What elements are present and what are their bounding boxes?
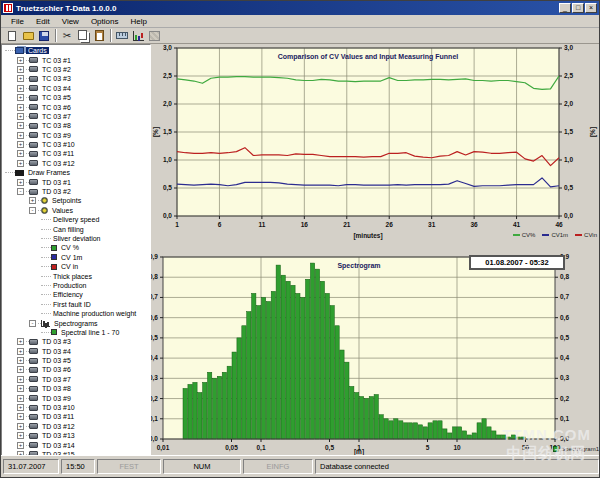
tree-label[interactable]: TD 03 #8 bbox=[40, 385, 73, 392]
menu-item-view[interactable]: View bbox=[56, 16, 85, 27]
expand-icon[interactable]: + bbox=[17, 94, 24, 101]
expand-icon[interactable]: + bbox=[17, 150, 24, 157]
copy-button[interactable] bbox=[76, 29, 90, 42]
tree-row-efficiency[interactable]: Efficiency bbox=[3, 290, 150, 299]
collapse-icon[interactable]: - bbox=[29, 207, 36, 214]
expand-icon[interactable]: + bbox=[17, 385, 24, 392]
machine-tree[interactable]: Cards+TC 03 #1+TC 03 #2+TC 03 #3+TC 03 #… bbox=[1, 44, 151, 457]
expand-icon[interactable]: + bbox=[17, 122, 24, 129]
expand-icon[interactable]: + bbox=[17, 432, 24, 439]
expand-icon[interactable]: + bbox=[17, 57, 24, 64]
tree-label[interactable]: TD 03 #1 bbox=[40, 179, 73, 186]
tree-row-thick-places[interactable]: Thick places bbox=[3, 271, 150, 280]
tree-row-draw-frames[interactable]: Draw Frames bbox=[3, 168, 150, 177]
tree-label[interactable]: CV 1m bbox=[59, 254, 84, 261]
tree-row-tc-03-10[interactable]: +TC 03 #10 bbox=[3, 140, 150, 149]
tree-label[interactable]: CV % bbox=[59, 244, 81, 251]
expand-icon[interactable]: + bbox=[17, 85, 24, 92]
expand-icon[interactable]: + bbox=[17, 104, 24, 111]
tree-row-td-03-2[interactable]: -TD 03 #2 bbox=[3, 187, 150, 196]
expand-icon[interactable]: + bbox=[17, 357, 24, 364]
cut-button[interactable]: ✂ bbox=[60, 29, 74, 42]
tree-row-sliver-deviation[interactable]: Sliver deviation bbox=[3, 234, 150, 243]
chart2-button[interactable] bbox=[147, 29, 161, 42]
tree-row-production[interactable]: Production bbox=[3, 281, 150, 290]
ruler-button[interactable] bbox=[115, 29, 129, 42]
menu-item-options[interactable]: Options bbox=[85, 16, 125, 27]
tree-row-cards[interactable]: Cards bbox=[3, 46, 150, 55]
collapse-icon[interactable]: - bbox=[29, 320, 36, 327]
minimize-button[interactable]: _ bbox=[559, 3, 571, 13]
chart-button[interactable] bbox=[131, 29, 145, 42]
tree-label[interactable]: TC 03 #11 bbox=[40, 150, 76, 157]
tree-label[interactable]: TD 03 #9 bbox=[40, 395, 73, 402]
tree-label[interactable]: Spectral line 1 - 70 bbox=[59, 329, 121, 336]
expand-icon[interactable]: + bbox=[17, 141, 24, 148]
tree-label[interactable]: TD 03 #3 bbox=[40, 338, 73, 345]
tree-row-spectral-line-1-70[interactable]: Spectral line 1 - 70 bbox=[3, 328, 150, 337]
tree-row-setpoints[interactable]: +Setpoints bbox=[3, 196, 150, 205]
expand-icon[interactable]: + bbox=[17, 376, 24, 383]
tree-label[interactable]: Values bbox=[50, 207, 75, 214]
tree-row-tc-03-1[interactable]: +TC 03 #1 bbox=[3, 55, 150, 64]
expand-icon[interactable]: + bbox=[17, 132, 24, 139]
tree-label[interactable]: Delivery speed bbox=[51, 216, 101, 223]
tree-row-td-03-3[interactable]: +TD 03 #3 bbox=[3, 337, 150, 346]
tree-row-tc-03-4[interactable]: +TC 03 #4 bbox=[3, 84, 150, 93]
expand-icon[interactable]: + bbox=[17, 423, 24, 430]
tree-row-tc-03-3[interactable]: +TC 03 #3 bbox=[3, 74, 150, 83]
tree-label[interactable]: TD 03 #12 bbox=[40, 423, 77, 430]
tree-row-tc-03-11[interactable]: +TC 03 #11 bbox=[3, 149, 150, 158]
tree-label[interactable]: Draw Frames bbox=[26, 169, 72, 176]
tree-label[interactable]: TD 03 #5 bbox=[40, 357, 73, 364]
tree-label[interactable]: TC 03 #7 bbox=[40, 113, 73, 120]
tree-row-td-03-12[interactable]: +TD 03 #12 bbox=[3, 422, 150, 431]
expand-icon[interactable]: + bbox=[17, 179, 24, 186]
tree-label[interactable]: Production bbox=[51, 282, 88, 289]
tree-row-td-03-7[interactable]: +TD 03 #7 bbox=[3, 375, 150, 384]
tree-label[interactable]: TC 03 #1 bbox=[40, 57, 73, 64]
tree-row-td-03-5[interactable]: +TD 03 #5 bbox=[3, 356, 150, 365]
tree-row-td-03-6[interactable]: +TD 03 #6 bbox=[3, 365, 150, 374]
tree-row-td-03-13[interactable]: +TD 03 #13 bbox=[3, 431, 150, 440]
tree-row-td-03-11[interactable]: +TD 03 #11 bbox=[3, 412, 150, 421]
tree-label[interactable]: TC 03 #10 bbox=[40, 141, 77, 148]
expand-icon[interactable]: + bbox=[17, 395, 24, 402]
tree-label[interactable]: TD 03 #14 bbox=[40, 442, 77, 449]
tree-label[interactable]: TC 03 #5 bbox=[40, 94, 73, 101]
tree-label[interactable]: TC 03 #2 bbox=[40, 66, 73, 73]
tree-label[interactable]: Cards bbox=[26, 47, 49, 54]
collapse-icon[interactable]: - bbox=[17, 188, 24, 195]
tree-row-spectrograms[interactable]: -Spectrograms bbox=[3, 318, 150, 327]
maximize-button[interactable]: □ bbox=[572, 3, 584, 13]
tree-label[interactable]: Machine production weight bbox=[51, 310, 138, 317]
save-button[interactable] bbox=[37, 29, 51, 42]
tree-label[interactable]: CV in bbox=[59, 263, 80, 270]
tree-label[interactable]: Thick places bbox=[51, 273, 94, 280]
tree-label[interactable]: TC 03 #12 bbox=[40, 160, 77, 167]
tree-label[interactable]: Setpoints bbox=[50, 197, 83, 204]
tree-row-cv-1m[interactable]: CV 1m bbox=[3, 253, 150, 262]
tree-row-tc-03-6[interactable]: +TC 03 #6 bbox=[3, 102, 150, 111]
expand-icon[interactable]: + bbox=[17, 113, 24, 120]
tree-row-cv-[interactable]: CV % bbox=[3, 243, 150, 252]
tree-row-td-03-9[interactable]: +TD 03 #9 bbox=[3, 393, 150, 402]
tree-label[interactable]: Sliver deviation bbox=[51, 235, 102, 242]
expand-icon[interactable]: + bbox=[17, 442, 24, 449]
tree-label[interactable]: TC 03 #9 bbox=[40, 132, 73, 139]
menu-item-file[interactable]: File bbox=[5, 16, 30, 27]
expand-icon[interactable]: + bbox=[17, 404, 24, 411]
paste-button[interactable] bbox=[92, 29, 106, 42]
tree-row-td-03-4[interactable]: +TD 03 #4 bbox=[3, 347, 150, 356]
tree-row-delivery-speed[interactable]: Delivery speed bbox=[3, 215, 150, 224]
menu-item-edit[interactable]: Edit bbox=[30, 16, 56, 27]
tree-row-first-fault-id[interactable]: First fault ID bbox=[3, 300, 150, 309]
tree-row-tc-03-9[interactable]: +TC 03 #9 bbox=[3, 131, 150, 140]
tree-label[interactable]: TD 03 #10 bbox=[40, 404, 77, 411]
tree-row-tc-03-5[interactable]: +TC 03 #5 bbox=[3, 93, 150, 102]
tree-row-can-filling[interactable]: Can filling bbox=[3, 224, 150, 233]
expand-icon[interactable]: + bbox=[17, 348, 24, 355]
tree-label[interactable]: Spectrograms bbox=[52, 320, 100, 327]
tree-row-tc-03-2[interactable]: +TC 03 #2 bbox=[3, 65, 150, 74]
tree-row-tc-03-12[interactable]: +TC 03 #12 bbox=[3, 159, 150, 168]
